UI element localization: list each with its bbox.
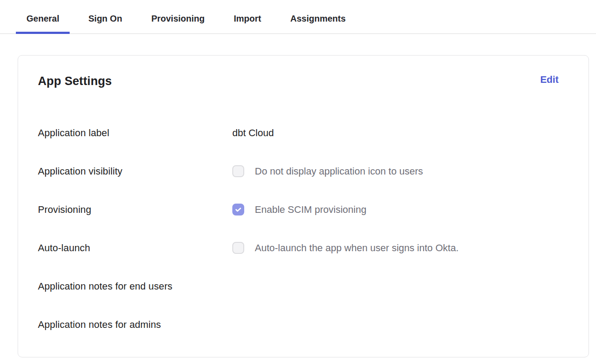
edit-link[interactable]: Edit <box>540 73 559 86</box>
tab-bar: General Sign On Provisioning Import Assi… <box>0 0 596 34</box>
app-settings-card: App Settings Edit Application label dbt … <box>18 55 589 357</box>
row-label: Auto-launch <box>38 242 232 254</box>
tab-provisioning[interactable]: Provisioning <box>141 0 215 33</box>
row-value: Enable SCIM provisioning <box>232 204 366 215</box>
tab-import[interactable]: Import <box>223 0 272 33</box>
checkbox-label: Auto-launch the app when user signs into… <box>255 242 458 254</box>
card-title: App Settings <box>38 73 112 89</box>
row-value: Auto-launch the app when user signs into… <box>232 242 458 254</box>
row-label: Application notes for admins <box>38 319 232 331</box>
tab-general[interactable]: General <box>16 0 70 33</box>
row-notes-admins: Application notes for admins <box>38 319 589 331</box>
row-label: Provisioning <box>38 204 232 215</box>
tab-assignments[interactable]: Assignments <box>280 0 357 33</box>
auto-launch-checkbox[interactable] <box>232 242 244 254</box>
checkbox-label: Enable SCIM provisioning <box>255 204 366 215</box>
row-label: Application label <box>38 127 232 139</box>
scim-provisioning-checkbox[interactable] <box>232 204 244 215</box>
row-label: Application visibility <box>38 165 232 177</box>
row-label: Application notes for end users <box>38 280 232 292</box>
row-auto-launch: Auto-launch Auto-launch the app when use… <box>38 242 589 254</box>
row-value: Do not display application icon to users <box>232 165 423 177</box>
row-provisioning: Provisioning Enable SCIM provisioning <box>38 204 589 215</box>
row-application-visibility: Application visibility Do not display ap… <box>38 165 589 177</box>
checkbox-label: Do not display application icon to users <box>255 165 423 177</box>
row-notes-end-users: Application notes for end users <box>38 280 589 292</box>
tab-sign-on[interactable]: Sign On <box>78 0 133 33</box>
card-header: App Settings Edit <box>38 73 589 89</box>
checkmark-icon <box>235 206 242 213</box>
row-value: dbt Cloud <box>232 127 274 139</box>
application-visibility-checkbox[interactable] <box>232 165 244 177</box>
row-application-label: Application label dbt Cloud <box>38 127 589 139</box>
